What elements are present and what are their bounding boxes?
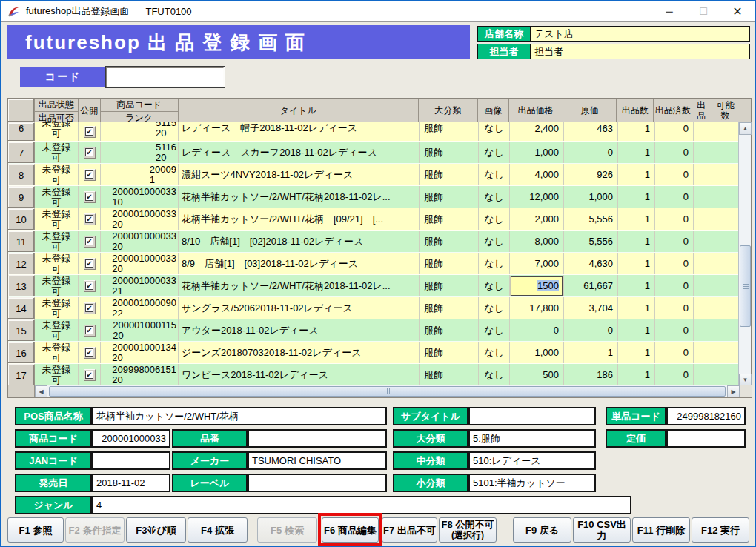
table-row[interactable]: 10未登録可✔20000100003320花柄半袖カットソー/2/WHT/花柄 … bbox=[8, 208, 751, 231]
cell-price: 1,000 bbox=[510, 142, 564, 163]
cell-cost: 4,630 bbox=[564, 253, 618, 274]
cell-cost: 0 bbox=[564, 319, 618, 341]
table-row[interactable]: 14未登録可✔20000100009022サングラス/52062018-11-0… bbox=[8, 297, 751, 319]
cell-available bbox=[694, 364, 740, 385]
title-bar: futureshop出品登録画面 TFUT0100 ─ ☐ ✕ bbox=[1, 1, 755, 22]
product-code-field[interactable]: 200001000033 bbox=[92, 429, 170, 448]
record-label-label: レーベル bbox=[172, 474, 248, 492]
scroll-left-icon[interactable]: ◀ bbox=[35, 385, 47, 397]
fkey-button-8[interactable]: F8 公開不可(選択行) bbox=[439, 517, 497, 543]
item-code-field[interactable]: 249998182160 bbox=[666, 407, 746, 425]
cell-price: 17,800 bbox=[510, 297, 564, 319]
table-row[interactable]: 17未登録可✔20999800615120ワンピース2018-11-02レディー… bbox=[8, 364, 751, 386]
cell-row-number: 12 bbox=[8, 253, 35, 274]
cell-price: 12,000 bbox=[510, 186, 564, 208]
publish-checkbox[interactable]: ✔ bbox=[84, 280, 96, 292]
table-row[interactable]: 7未登録可✔511620レディース スカーフ2018-11-02レディース服飾な… bbox=[8, 142, 751, 164]
pos-name-field[interactable]: 花柄半袖カットソー/2/WHT/花柄 bbox=[92, 407, 387, 425]
cell-price: 4,000 bbox=[510, 164, 564, 185]
maker-field[interactable]: TSUMORI CHISATO bbox=[248, 451, 387, 470]
table-row[interactable]: 6未登録可✔511520レディース 帽子2018-11-02レディース服飾なし2… bbox=[8, 122, 751, 142]
publish-checkbox[interactable]: ✔ bbox=[84, 258, 96, 270]
list-price-field[interactable] bbox=[666, 429, 746, 448]
minor-category-field[interactable]: 5101:半袖カットソー bbox=[468, 474, 596, 492]
cell-qty: 1 bbox=[618, 208, 655, 230]
cell-product-code: 511520 bbox=[101, 122, 179, 141]
publish-checkbox[interactable]: ✔ bbox=[84, 302, 96, 314]
horizontal-scroll-thumb[interactable] bbox=[49, 386, 726, 397]
table-row[interactable]: 12未登録可✔200001000033208/9 店舗[1] [03]2018-… bbox=[8, 253, 751, 275]
cell-category: 服飾 bbox=[420, 122, 479, 141]
scroll-up-icon[interactable]: ▲ bbox=[739, 122, 752, 135]
cell-row-number: 11 bbox=[8, 231, 35, 252]
cell-image: なし bbox=[479, 342, 510, 363]
genre-label: ジャンル bbox=[15, 496, 92, 514]
horizontal-scrollbar[interactable]: ◀ ▶ bbox=[8, 385, 752, 397]
price-edit-input[interactable]: 1500 bbox=[511, 276, 563, 296]
table-row[interactable]: 15未登録可✔20000100011520アウター2018-11-02レディース… bbox=[8, 319, 751, 342]
fkey-button-6[interactable]: F6 商品編集 bbox=[322, 517, 379, 543]
publish-checkbox[interactable]: ✔ bbox=[84, 347, 96, 359]
publish-checkbox[interactable]: ✔ bbox=[84, 126, 96, 138]
scroll-right-icon[interactable]: ▶ bbox=[727, 385, 740, 397]
cell-sold: 0 bbox=[655, 275, 694, 296]
fkey-button-9[interactable]: F9 戻る bbox=[513, 517, 571, 543]
vertical-scroll-thumb[interactable] bbox=[740, 245, 751, 327]
publish-checkbox[interactable]: ✔ bbox=[84, 236, 96, 248]
publish-checkbox[interactable]: ✔ bbox=[84, 325, 96, 337]
cell-category: 服飾 bbox=[420, 186, 479, 208]
middle-category-field[interactable]: 510:レディース bbox=[468, 451, 596, 470]
genre-field[interactable]: 4 bbox=[92, 496, 631, 514]
cell-price: 7,000 bbox=[510, 253, 564, 274]
publish-checkbox[interactable]: ✔ bbox=[84, 191, 96, 203]
cell-cost: 3,704 bbox=[564, 297, 618, 319]
fkey-button-3[interactable]: F3並び順 bbox=[126, 517, 186, 543]
cell-image: なし bbox=[479, 186, 510, 208]
cell-available bbox=[694, 208, 740, 230]
publish-checkbox[interactable]: ✔ bbox=[84, 169, 96, 181]
fkey-button-1[interactable]: F1 参照 bbox=[7, 517, 64, 543]
code-input[interactable] bbox=[106, 67, 225, 87]
publish-checkbox[interactable]: ✔ bbox=[84, 147, 96, 159]
cell-publish: ✔ bbox=[79, 186, 101, 208]
cell-product-code: 20000100003310 bbox=[101, 186, 179, 208]
cell-sold: 0 bbox=[655, 142, 694, 163]
fkey-button-11[interactable]: F11 行削除 bbox=[632, 517, 690, 543]
cell-sold: 0 bbox=[655, 231, 694, 252]
cell-status: 未登録可 bbox=[35, 122, 79, 141]
close-button[interactable]: ✕ bbox=[720, 1, 755, 21]
fkey-button-12[interactable]: F12 実行 bbox=[692, 517, 749, 543]
fkey-button-10[interactable]: F10 CSV出力 bbox=[573, 517, 631, 543]
part-no-field[interactable] bbox=[248, 429, 387, 448]
vertical-scrollbar[interactable]: ▲ ▼ bbox=[738, 122, 751, 386]
cell-cost: 61,667 bbox=[564, 275, 618, 296]
table-row[interactable]: 8未登録可✔200091濃紺スーツ4NVY2018-11-02レディース服飾なし… bbox=[8, 164, 751, 186]
cell-image: なし bbox=[479, 231, 510, 252]
table-row[interactable]: 9未登録可✔20000100003310花柄半袖カットソー/2/WHT/花柄20… bbox=[8, 186, 751, 208]
major-category-field[interactable]: 5:服飾 bbox=[468, 429, 596, 448]
minimize-button[interactable]: ─ bbox=[652, 1, 686, 21]
fkey-button-7[interactable]: F7 出品不可 bbox=[382, 517, 437, 543]
cell-publish: ✔ bbox=[79, 122, 101, 141]
publish-checkbox[interactable]: ✔ bbox=[84, 213, 96, 225]
cell-qty: 1 bbox=[618, 231, 655, 252]
table-row[interactable]: 13未登録可✔20000100003321花柄半袖カットソー/2/WHT/花柄2… bbox=[8, 275, 751, 297]
window-title: futureshop出品登録画面 bbox=[26, 4, 129, 18]
release-date-field[interactable]: 2018-11-02 bbox=[92, 474, 170, 492]
cell-available bbox=[694, 297, 740, 319]
table-row[interactable]: 11未登録可✔200001000033208/10 店舗[1] [02]2018… bbox=[8, 231, 751, 253]
record-label-field[interactable] bbox=[248, 474, 387, 492]
subtitle-field[interactable] bbox=[468, 407, 596, 425]
cell-product-code: 20000100003320 bbox=[101, 231, 179, 252]
code-label: コード bbox=[20, 67, 106, 87]
cell-available bbox=[694, 231, 740, 252]
cell-qty: 1 bbox=[618, 342, 655, 363]
cell-cost: 1 bbox=[564, 342, 618, 363]
table-row[interactable]: 16未登録可✔20000100013420ジーンズ201807032018-11… bbox=[8, 342, 751, 364]
cell-product-code: 511620 bbox=[101, 142, 179, 163]
publish-checkbox[interactable]: ✔ bbox=[84, 369, 96, 381]
jan-code-field[interactable] bbox=[92, 451, 170, 470]
cell-product-code: 200091 bbox=[101, 164, 179, 185]
cell-qty: 1 bbox=[618, 297, 655, 319]
fkey-button-4[interactable]: F4 拡張 bbox=[188, 517, 248, 543]
